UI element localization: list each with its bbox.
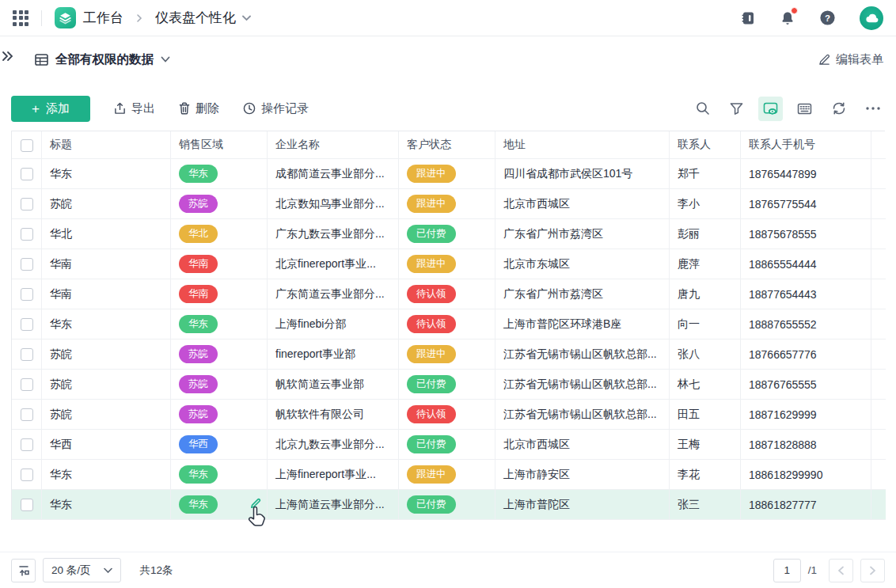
pin-top-icon[interactable] [11,559,36,582]
table-row[interactable]: 华东华东成都简道云事业部分...跟进中四川省成都市武侯区101号郑千187654… [12,159,886,189]
cell-region: 苏皖 [171,370,268,400]
rows-per-page-value: 20 条/页 [51,563,91,578]
cell-company: 北京finereport事业... [268,249,399,279]
search-icon[interactable] [690,97,715,121]
cell-title: 华东 [42,490,171,520]
cell-spacer [871,189,886,219]
more-icon[interactable] [860,97,885,121]
workspace-home-link[interactable]: 工作台 [55,7,123,28]
view-caret-icon [161,56,170,63]
cell-region: 华南 [171,279,268,309]
add-button[interactable]: + 添加 [11,96,90,122]
row-checkbox-cell [12,340,42,370]
field-display-icon[interactable] [792,97,817,121]
cell-region: 苏皖 [171,400,268,430]
table-row[interactable]: 苏皖苏皖北京数知鸟事业部分...跟进中北京市西城区李小18765775544 [12,189,886,219]
current-page-input[interactable]: 1 [773,559,801,582]
row-checkbox[interactable] [21,499,33,511]
status-badge: 跟进中 [407,255,456,274]
cell-phone: 18865554444 [741,249,871,279]
table-row[interactable]: 华南华南广东简道云事业部分...待认领广东省广州市荔湾区唐九1887765444… [12,279,886,309]
cell-company: 成都简道云事业部分... [268,159,399,189]
svg-text:?: ? [825,13,830,23]
notifications-bell-icon[interactable] [780,10,795,26]
row-checkbox[interactable] [21,228,33,241]
cell-title: 苏皖 [42,189,171,219]
table-row[interactable]: 华南华南北京finereport事业...跟进中北京市东城区鹿萍18865554… [12,249,886,279]
cell-spacer [871,219,886,249]
cell-region: 华东 [171,309,268,340]
row-checkbox[interactable] [21,348,33,361]
row-checkbox[interactable] [21,438,33,451]
row-checkbox[interactable] [21,168,33,180]
table-row[interactable]: 华北华北广东九数云事业部分...已付费广东省广州市荔湾区彭丽1887567855… [12,219,886,249]
org-directory-icon[interactable] [740,10,756,26]
region-badge: 苏皖 [179,375,218,394]
card-view-icon[interactable] [758,97,783,121]
prev-page-button[interactable] [829,559,853,582]
select-all-checkbox[interactable] [21,139,33,152]
pagination-bar: 20 条/页 共12条 1 /1 [0,552,896,588]
cell-company: 帆软软件有限公司 [268,400,399,430]
user-avatar[interactable] [860,6,883,30]
status-badge: 已付费 [407,495,456,514]
page-switcher-caret-icon[interactable] [242,15,251,21]
cell-phone: 18766657776 [741,340,871,370]
cell-contact: 李小 [670,189,741,219]
table-row[interactable]: 华西华西北京九数云事业部分...已付费北京市西城区王梅18871828888 [12,430,886,460]
app-root: 工作台 仪表盘个性化 ? [0,0,896,588]
cell-status: 已付费 [399,370,495,400]
view-selector[interactable]: 全部有权限的数据 [35,51,170,68]
row-checkbox[interactable] [21,378,33,391]
table-row[interactable]: 华东华东上海finereport事业...跟进中上海市静安区李花18861829… [12,460,886,490]
cell-spacer [871,159,886,189]
edit-form-button[interactable]: 编辑表单 [818,52,883,67]
cell-status: 跟进中 [399,460,495,490]
row-checkbox-cell [12,460,42,490]
cell-contact: 唐九 [670,279,741,309]
help-icon[interactable]: ? [819,9,836,26]
operation-log-button[interactable]: 操作记录 [243,101,309,116]
status-badge: 待认领 [407,405,456,424]
cell-title: 华西 [42,430,171,460]
row-checkbox[interactable] [21,288,33,301]
row-checkbox[interactable] [21,408,33,421]
cell-region: 华东 [171,159,268,189]
export-icon [114,102,126,115]
cell-title: 华东 [42,460,171,490]
table-row[interactable]: 苏皖苏皖finereport事业部跟进中江苏省无锡市锡山区帆软总部...张八18… [12,340,886,370]
cell-title: 华东 [42,159,171,189]
row-checkbox[interactable] [21,469,33,481]
delete-button[interactable]: 删除 [179,101,219,116]
cell-address: 上海市普陀区 [495,490,670,520]
row-checkbox[interactable] [21,318,33,331]
table-row[interactable]: 苏皖苏皖帆软软件有限公司待认领江苏省无锡市锡山区帆软总部...田五1887162… [12,400,886,430]
filter-icon[interactable] [724,97,749,121]
cell-phone: 18871629999 [741,400,871,430]
row-checkbox[interactable] [21,258,33,271]
table-row[interactable]: 华东华东上海简道云事业部分...已付费上海市普陀区张三18861827777 [12,490,886,520]
cell-contact: 王梅 [670,430,741,460]
collapse-sidebar-icon[interactable] [2,51,14,62]
app-launcher-icon[interactable] [13,10,28,26]
refresh-icon[interactable] [826,97,851,121]
cell-region: 苏皖 [171,340,268,370]
rows-per-page-select[interactable]: 20 条/页 [43,558,121,582]
row-checkbox-cell [12,309,42,340]
cell-contact: 张三 [670,490,741,520]
cell-contact: 向一 [670,309,741,340]
plus-icon: + [32,102,40,116]
table-row[interactable]: 华东华东上海finebi分部待认领上海市普陀区环球港B座向一1888765555… [12,309,886,340]
row-checkbox[interactable] [21,198,33,211]
table-row[interactable]: 苏皖苏皖帆软简道云事业部已付费江苏省无锡市锡山区帆软总部...林七1887676… [12,370,886,400]
view-header: 全部有权限的数据 编辑表单 [0,36,896,82]
row-checkbox-cell [12,249,42,279]
cell-status: 待认领 [399,279,495,309]
topnav-actions: ? [740,6,883,30]
cell-phone: 18765775544 [741,189,871,219]
add-label: 添加 [46,101,70,116]
next-page-button[interactable] [860,559,885,582]
export-button[interactable]: 导出 [114,101,155,116]
cell-phone: 18875678555 [741,219,871,249]
operation-log-label: 操作记录 [261,101,309,116]
